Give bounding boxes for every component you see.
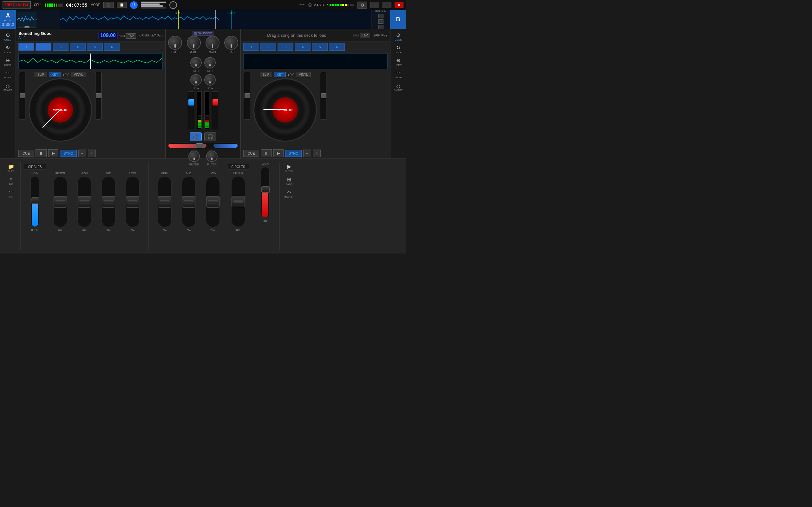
gain-fader-a[interactable] bbox=[31, 176, 39, 227]
hotcue-5[interactable]: 5 bbox=[87, 43, 103, 51]
settings-button[interactable]: ⚙ bbox=[357, 2, 367, 9]
pitch-slider-right-a[interactable] bbox=[95, 72, 101, 119]
sidebar-item-wave-right[interactable]: 〰 WAVE bbox=[392, 69, 405, 80]
hotcue-b-5[interactable]: 5 bbox=[312, 43, 328, 51]
filter-b-fader-handle[interactable] bbox=[232, 196, 245, 207]
hotcue-b-2[interactable]: 2 bbox=[260, 43, 276, 51]
bottom-master-icon[interactable]: ∞ MASTER bbox=[283, 188, 296, 200]
low-b-fader-handle[interactable] bbox=[206, 196, 219, 208]
mid-a-fader-track[interactable] bbox=[101, 176, 115, 227]
remain-btn-1[interactable] bbox=[378, 19, 384, 24]
knob-low-a[interactable] bbox=[190, 74, 202, 86]
bottom-files-icon[interactable]: 📁 FILES bbox=[5, 162, 17, 174]
thumbnail-handle[interactable] bbox=[24, 26, 30, 27]
fader-handle-b[interactable] bbox=[212, 99, 218, 106]
filter-b-fader-track[interactable] bbox=[231, 176, 245, 227]
sidebar-item-user-right[interactable]: ⊕ USER bbox=[392, 56, 405, 67]
filter-a-fader-handle[interactable] bbox=[54, 196, 67, 208]
pitch-thumb-b-right[interactable] bbox=[321, 93, 326, 98]
sidebar-item-wave-left[interactable]: 〰 WAVE bbox=[1, 69, 14, 80]
knob-high-b[interactable] bbox=[224, 36, 238, 50]
hotcue-b-4[interactable]: 4 bbox=[295, 43, 310, 51]
key-button-b[interactable]: KEY bbox=[274, 72, 286, 77]
deck-b-drag-label[interactable]: Drag a song on this deck to load bbox=[243, 33, 350, 38]
cue-button-a[interactable]: CUE bbox=[18, 150, 34, 157]
hotcue-4[interactable]: 4 bbox=[70, 43, 86, 51]
bottom-eq-icon[interactable]: ≡ EQ bbox=[5, 175, 17, 187]
key-button-a[interactable]: KEY bbox=[49, 72, 61, 77]
gain-fader-b[interactable] bbox=[261, 167, 270, 218]
high-b-fader-handle[interactable] bbox=[158, 196, 171, 208]
sidebar-item-cues-left[interactable]: ⊙ CUES bbox=[1, 31, 14, 42]
sidebar-item-user-left[interactable]: ⊕ USER bbox=[1, 56, 14, 67]
vinyl-button-a[interactable]: VINYL bbox=[71, 72, 86, 77]
minus-button-a[interactable]: − bbox=[78, 150, 86, 157]
hotcue-3[interactable]: 3 bbox=[53, 43, 68, 51]
low-a-fader-track[interactable] bbox=[125, 176, 140, 227]
gain-handle-b[interactable] bbox=[261, 186, 270, 193]
remain-btn-s[interactable] bbox=[378, 14, 384, 18]
pitch-slider-b-right[interactable] bbox=[320, 72, 326, 119]
slip-button-b[interactable]: SLIP bbox=[260, 72, 272, 77]
crossfader-track[interactable] bbox=[168, 143, 238, 149]
pitch-thumb-b-left[interactable] bbox=[245, 93, 250, 98]
pitch-slider-left[interactable] bbox=[19, 72, 26, 119]
knob-gain-a[interactable] bbox=[187, 36, 201, 50]
pause-button-a[interactable]: ⏸ bbox=[36, 149, 47, 157]
pitch-thumb-right-a[interactable] bbox=[96, 93, 101, 98]
knob-mid-b[interactable] bbox=[204, 57, 216, 68]
sidebar-item-loop-right[interactable]: ↻ LOOP bbox=[392, 43, 405, 55]
plus-button-a[interactable]: + bbox=[88, 150, 96, 157]
knob-filter-a[interactable] bbox=[189, 151, 200, 162]
plus-button-b[interactable]: + bbox=[313, 150, 321, 157]
low-b-fader-track[interactable] bbox=[206, 176, 220, 227]
high-a-fader-handle[interactable] bbox=[78, 196, 91, 208]
knob-high-a[interactable] bbox=[168, 36, 182, 50]
close-button[interactable]: ✕ bbox=[395, 2, 403, 8]
pause-button-b[interactable]: ⏸ bbox=[261, 149, 272, 157]
play-button-a[interactable]: ▶ bbox=[48, 149, 58, 157]
fader-track-b[interactable] bbox=[212, 91, 218, 129]
low-a-fader-handle[interactable] bbox=[126, 196, 139, 208]
cue-button-b[interactable]: CUE bbox=[243, 150, 259, 157]
knob-filter-b[interactable] bbox=[206, 151, 217, 162]
pitch-slider-b-left[interactable] bbox=[244, 72, 250, 119]
hotcue-2[interactable]: 2 bbox=[36, 43, 51, 51]
waveform-thumbnail-left[interactable] bbox=[16, 10, 60, 29]
high-a-fader-track[interactable] bbox=[78, 176, 91, 227]
hotcue-b-6[interactable]: 6 bbox=[329, 43, 345, 51]
sync-button-a[interactable]: SYNC bbox=[60, 150, 77, 157]
mid-b-fader-handle[interactable] bbox=[182, 196, 195, 208]
knob-gain-b[interactable] bbox=[206, 36, 219, 50]
mid-b-fader-track[interactable] bbox=[182, 176, 196, 227]
crossfader-handle[interactable] bbox=[196, 143, 203, 148]
sidebar-item-smart-left[interactable]: SMART bbox=[1, 82, 14, 94]
knob-low-b[interactable] bbox=[204, 74, 216, 86]
bottom-pads-icon[interactable]: ⊞ PADS bbox=[283, 175, 296, 187]
headphone-btn-b[interactable]: 🎧 bbox=[204, 132, 216, 141]
play-button-b[interactable]: ▶ bbox=[273, 149, 284, 157]
knob-mid-a[interactable] bbox=[190, 57, 202, 68]
headphone-btn-a[interactable]: 🎧 bbox=[190, 132, 202, 141]
sidebar-item-smart-right[interactable]: SMART bbox=[392, 82, 405, 94]
fader-track-a[interactable] bbox=[188, 91, 194, 129]
slip-button-a[interactable]: SLIP bbox=[35, 72, 47, 77]
deck-a-wavestrip[interactable] bbox=[18, 53, 163, 69]
bottom-fx-icon[interactable]: 〰 FX bbox=[5, 188, 17, 200]
sidebar-item-cues-right[interactable]: ⊙ CUES bbox=[392, 31, 405, 42]
thumbnail-slider[interactable] bbox=[17, 26, 37, 27]
bpm-value[interactable]: 109.00 bbox=[98, 32, 118, 39]
waveform-icon[interactable]: 〰 bbox=[299, 2, 305, 8]
maximize-button[interactable]: + bbox=[383, 2, 392, 8]
hotcue-b-1[interactable]: 1 bbox=[243, 43, 259, 51]
remain-btn-2[interactable] bbox=[378, 25, 384, 29]
minus-button-b[interactable]: − bbox=[303, 150, 311, 157]
sync-button-b[interactable]: SYNC bbox=[285, 150, 302, 157]
hotcue-6[interactable]: 6 bbox=[104, 43, 120, 51]
headphone-icon[interactable]: 🎧 bbox=[308, 3, 312, 7]
filter-a-fader-track[interactable] bbox=[53, 176, 67, 227]
fader-handle-a[interactable] bbox=[189, 99, 194, 106]
waveform-center[interactable]: Cue 2 Cue 1 bbox=[60, 10, 371, 29]
tap-button-b[interactable]: TAP bbox=[360, 33, 370, 38]
high-b-fader-track[interactable] bbox=[158, 176, 171, 227]
